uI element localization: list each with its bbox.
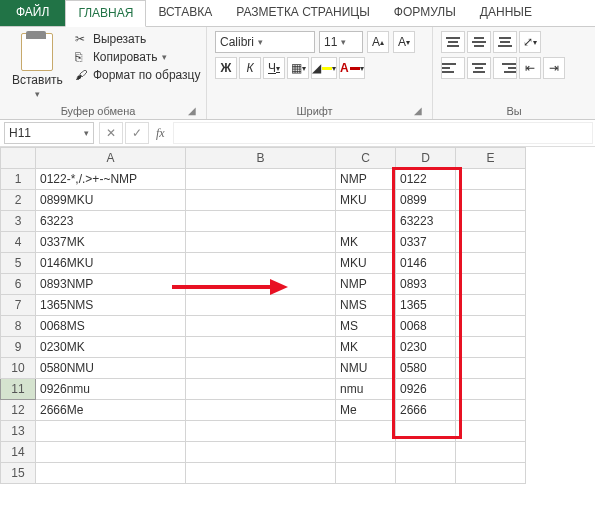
cell[interactable]: MS: [336, 316, 396, 337]
cell[interactable]: [456, 442, 526, 463]
cell[interactable]: 0893: [396, 274, 456, 295]
col-header-E[interactable]: E: [456, 148, 526, 169]
copy-button[interactable]: ⎘ Копировать ▾: [73, 49, 203, 65]
cell[interactable]: NMS: [336, 295, 396, 316]
cell[interactable]: [186, 316, 336, 337]
tab-page-layout[interactable]: РАЗМЕТКА СТРАНИЦЫ: [224, 0, 382, 26]
cell[interactable]: 0146: [396, 253, 456, 274]
cell[interactable]: NMP: [336, 274, 396, 295]
cell[interactable]: MKU: [336, 190, 396, 211]
col-header-B[interactable]: B: [186, 148, 336, 169]
cell[interactable]: 0926: [396, 379, 456, 400]
paste-button[interactable]: Вставить ▾: [8, 31, 67, 101]
name-box[interactable]: H11 ▾: [4, 122, 94, 144]
cell[interactable]: [186, 274, 336, 295]
align-left-button[interactable]: [441, 57, 465, 79]
row-header[interactable]: 7: [1, 295, 36, 316]
cell[interactable]: [186, 463, 336, 484]
cell[interactable]: 0146MKU: [36, 253, 186, 274]
row-header[interactable]: 3: [1, 211, 36, 232]
cell[interactable]: [456, 337, 526, 358]
tab-data[interactable]: ДАННЫЕ: [468, 0, 544, 26]
cell[interactable]: 0230MK: [36, 337, 186, 358]
cell[interactable]: [456, 400, 526, 421]
cell[interactable]: 0893NMP: [36, 274, 186, 295]
tab-formulas[interactable]: ФОРМУЛЫ: [382, 0, 468, 26]
row-header[interactable]: 4: [1, 232, 36, 253]
orientation-button[interactable]: ⤢▾: [519, 31, 541, 53]
cut-button[interactable]: ✂ Вырезать: [73, 31, 203, 47]
cell[interactable]: 2666Me: [36, 400, 186, 421]
tab-file[interactable]: ФАЙЛ: [0, 0, 65, 26]
font-size-combo[interactable]: 11▾: [319, 31, 363, 53]
col-header-D[interactable]: D: [396, 148, 456, 169]
cell[interactable]: 63223: [36, 211, 186, 232]
cell[interactable]: [396, 421, 456, 442]
cell[interactable]: [336, 442, 396, 463]
row-header[interactable]: 10: [1, 358, 36, 379]
italic-button[interactable]: К: [239, 57, 261, 79]
cell[interactable]: [186, 358, 336, 379]
clipboard-dialog-launcher[interactable]: ◢: [188, 105, 198, 116]
formula-input[interactable]: [173, 122, 593, 144]
cell[interactable]: NMU: [336, 358, 396, 379]
cell[interactable]: 0122-*,/.>+-~NMP: [36, 169, 186, 190]
row-header[interactable]: 1: [1, 169, 36, 190]
cell[interactable]: [456, 379, 526, 400]
cell[interactable]: [456, 169, 526, 190]
cell[interactable]: 0899MKU: [36, 190, 186, 211]
font-dialog-launcher[interactable]: ◢: [414, 105, 424, 116]
select-all-corner[interactable]: [1, 148, 36, 169]
fill-color-button[interactable]: ◢▾: [311, 57, 337, 79]
row-header[interactable]: 5: [1, 253, 36, 274]
row-header[interactable]: 15: [1, 463, 36, 484]
cell[interactable]: [186, 295, 336, 316]
cell[interactable]: [186, 400, 336, 421]
cell[interactable]: 2666: [396, 400, 456, 421]
align-middle-button[interactable]: [467, 31, 491, 53]
tab-insert[interactable]: ВСТАВКА: [146, 0, 224, 26]
cell[interactable]: [186, 337, 336, 358]
bold-button[interactable]: Ж: [215, 57, 237, 79]
tab-home[interactable]: ГЛАВНАЯ: [65, 0, 146, 27]
cell[interactable]: 1365NMS: [36, 295, 186, 316]
shrink-font-button[interactable]: A▾: [393, 31, 415, 53]
cell[interactable]: 63223: [396, 211, 456, 232]
cell[interactable]: [456, 358, 526, 379]
col-header-A[interactable]: A: [36, 148, 186, 169]
cell[interactable]: 0926nmu: [36, 379, 186, 400]
cell[interactable]: [456, 232, 526, 253]
cell[interactable]: [456, 421, 526, 442]
cell[interactable]: [36, 463, 186, 484]
cell[interactable]: [186, 190, 336, 211]
cell[interactable]: NMP: [336, 169, 396, 190]
grow-font-button[interactable]: A▴: [367, 31, 389, 53]
cell[interactable]: [186, 169, 336, 190]
cell[interactable]: MK: [336, 232, 396, 253]
cell[interactable]: [186, 211, 336, 232]
cell[interactable]: 0230: [396, 337, 456, 358]
cell[interactable]: 0122: [396, 169, 456, 190]
cell[interactable]: [336, 211, 396, 232]
col-header-C[interactable]: C: [336, 148, 396, 169]
row-header[interactable]: 9: [1, 337, 36, 358]
align-center-button[interactable]: [467, 57, 491, 79]
cell[interactable]: 0899: [396, 190, 456, 211]
row-header[interactable]: 6: [1, 274, 36, 295]
cell[interactable]: [336, 421, 396, 442]
borders-button[interactable]: ▦▾: [287, 57, 309, 79]
font-color-button[interactable]: A▾: [339, 57, 365, 79]
align-bottom-button[interactable]: [493, 31, 517, 53]
row-header[interactable]: 14: [1, 442, 36, 463]
cell[interactable]: [336, 463, 396, 484]
row-header[interactable]: 12: [1, 400, 36, 421]
cells-table[interactable]: A B C D E 10122-*,/.>+-~NMPNMP012220899M…: [0, 147, 526, 484]
row-header[interactable]: 13: [1, 421, 36, 442]
cell[interactable]: [36, 421, 186, 442]
cell[interactable]: [186, 379, 336, 400]
align-right-button[interactable]: [493, 57, 517, 79]
cell[interactable]: 0580: [396, 358, 456, 379]
row-header[interactable]: 8: [1, 316, 36, 337]
cell[interactable]: [36, 442, 186, 463]
cell[interactable]: [186, 421, 336, 442]
